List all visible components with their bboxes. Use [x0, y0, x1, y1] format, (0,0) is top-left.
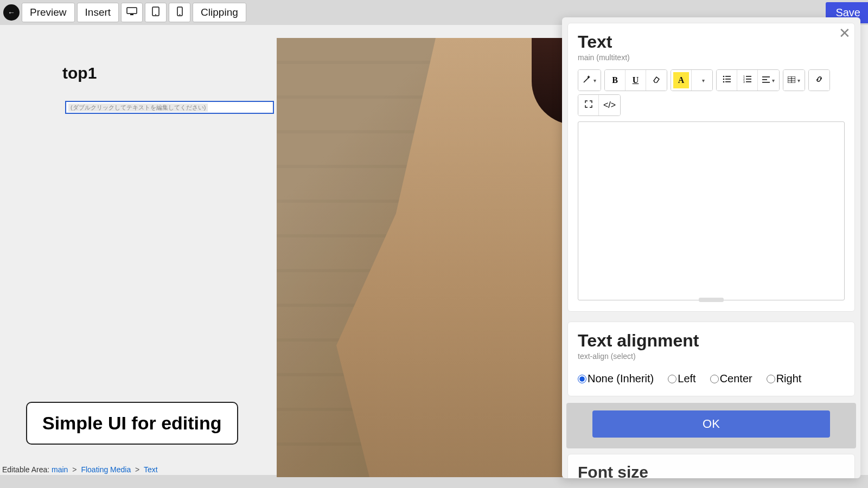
table-icon — [788, 75, 795, 85]
svg-rect-19 — [762, 79, 767, 80]
align-option-left[interactable]: Left — [668, 373, 695, 385]
align-icon — [762, 75, 770, 85]
fullscreen-button[interactable] — [578, 95, 599, 115]
breadcrumb-floating-media[interactable]: Floating Media — [81, 465, 131, 474]
text-card: Text main (multitext) B U — [567, 23, 855, 312]
breadcrumb-text[interactable]: Text — [144, 465, 158, 474]
list-ul-icon — [723, 75, 731, 85]
text-card-title: Text — [578, 32, 845, 52]
link-button[interactable] — [809, 70, 829, 91]
svg-rect-1 — [130, 14, 133, 15]
list-ol-icon: 123 — [743, 75, 752, 85]
text-alignment-card: Text alignment text-align (select) None … — [567, 322, 855, 396]
clipping-button[interactable]: Clipping — [193, 3, 246, 22]
svg-rect-15 — [746, 79, 751, 80]
close-button[interactable]: ✕ — [839, 25, 851, 42]
bold-button[interactable]: B — [605, 70, 626, 91]
table-dropdown[interactable] — [783, 70, 805, 91]
close-icon: ✕ — [839, 25, 851, 41]
svg-text:3: 3 — [743, 80, 745, 83]
viewport-desktop-button[interactable] — [121, 3, 143, 22]
align-dropdown[interactable] — [758, 70, 779, 91]
bullet-list-button[interactable] — [717, 70, 737, 91]
align-option-right[interactable]: Right — [767, 373, 802, 385]
insert-button[interactable]: Insert — [77, 3, 119, 22]
ok-bar: OK — [566, 403, 856, 448]
expand-icon — [585, 100, 592, 110]
breadcrumb-label: Editable Area: — [2, 465, 49, 474]
alignment-card-subtitle: text-align (select) — [578, 352, 845, 361]
svg-point-5 — [179, 14, 180, 15]
link-icon — [815, 75, 824, 85]
svg-rect-9 — [725, 79, 731, 80]
viewport-tablet-button[interactable] — [145, 3, 167, 22]
properties-panel: ✕ Text main (multitext) B U — [562, 17, 860, 478]
page-title: top1 — [62, 64, 97, 82]
align-option-none[interactable]: None (Inherit) — [578, 373, 654, 385]
alignment-options: None (Inherit) Left Center Right — [578, 373, 845, 385]
code-view-button[interactable]: </> — [599, 95, 620, 115]
selected-text-block[interactable]: (ダブルクリックしてテキストを編集してください) — [65, 101, 274, 114]
svg-rect-17 — [746, 81, 751, 82]
annotation-callout: Simple UI for editing — [26, 402, 238, 445]
text-color-button[interactable]: A — [671, 70, 692, 91]
arrow-left-icon: ← — [8, 8, 15, 17]
desktop-icon — [126, 7, 137, 18]
svg-rect-18 — [762, 76, 770, 78]
align-option-center[interactable]: Center — [710, 373, 752, 385]
breadcrumb-main[interactable]: main — [52, 465, 68, 474]
svg-point-10 — [723, 81, 724, 83]
rich-text-toolbar: B U A 123 — [578, 69, 845, 116]
svg-rect-13 — [746, 76, 751, 77]
numbered-list-button[interactable]: 123 — [737, 70, 758, 91]
eraser-button[interactable] — [646, 70, 667, 91]
fontsize-card-title: Font size — [578, 463, 845, 478]
svg-point-6 — [723, 76, 724, 78]
resize-grip[interactable] — [699, 298, 724, 302]
magic-style-button[interactable] — [578, 70, 601, 91]
preview-button[interactable]: Preview — [22, 3, 75, 22]
ok-button[interactable]: OK — [592, 410, 830, 438]
code-icon: </> — [603, 100, 616, 110]
alignment-card-title: Text alignment — [578, 331, 845, 351]
breadcrumb: Editable Area: main > Floating Media > T… — [2, 465, 158, 474]
svg-rect-20 — [762, 82, 770, 83]
wand-icon — [583, 75, 591, 86]
underline-button[interactable]: U — [626, 70, 646, 91]
svg-rect-0 — [127, 8, 137, 14]
svg-rect-11 — [725, 81, 731, 82]
font-size-card: Font size font-size (select) — [567, 454, 855, 478]
text-color-dropdown[interactable] — [692, 70, 712, 91]
text-block-placeholder: (ダブルクリックしてテキストを編集してください) — [68, 104, 208, 112]
svg-point-3 — [155, 14, 156, 15]
eraser-icon — [652, 75, 661, 85]
tablet-icon — [152, 7, 159, 18]
svg-rect-7 — [725, 76, 731, 77]
back-button[interactable]: ← — [3, 4, 20, 21]
svg-point-8 — [723, 79, 724, 80]
phone-icon — [177, 7, 183, 18]
text-card-subtitle: main (multitext) — [578, 53, 845, 62]
viewport-phone-button[interactable] — [169, 3, 190, 22]
rich-text-editor[interactable] — [578, 121, 845, 300]
